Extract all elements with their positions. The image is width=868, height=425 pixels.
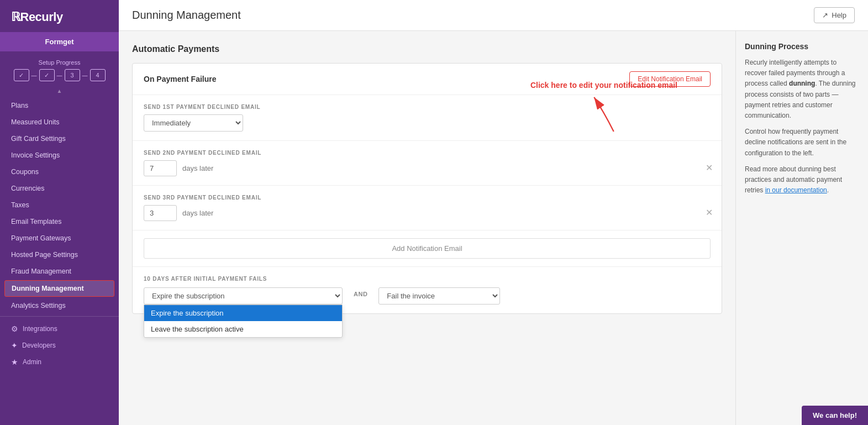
- dunning-process-p1: Recurly intelligently attempts to recove…: [745, 57, 859, 121]
- nav-divider: [0, 316, 119, 317]
- admin-label: Admin: [23, 358, 41, 366]
- and-separator: AND: [354, 287, 367, 297]
- sidebar-item-hosted-page[interactable]: Hosted Page Settings: [0, 246, 119, 263]
- expire-dropdown-options: Expire the subscription Leave the subscr…: [144, 305, 343, 338]
- topbar: Dunning Management ↗ Help: [119, 0, 868, 31]
- sidebar: ℝRecurly Formget Setup Progress ✓ — ✓ — …: [0, 0, 119, 425]
- logo-icon: ℝ: [11, 10, 20, 24]
- expire-select[interactable]: Expire the subscription Leave the subscr…: [144, 287, 343, 305]
- step-3: 3: [65, 69, 80, 81]
- email-row-2-label: SEND 2ND PAYMENT DECLINED EMAIL: [144, 150, 711, 156]
- section-title: Automatic Payments: [132, 44, 722, 54]
- sidebar-section-developers[interactable]: ✦ Developers: [0, 335, 119, 352]
- expire-option-2[interactable]: Leave the subscription active: [144, 321, 342, 337]
- second-email-days-input[interactable]: [144, 160, 177, 176]
- expire-dropdown-wrapper: Expire the subscription Leave the subscr…: [144, 287, 343, 305]
- card-body: SEND 1ST PAYMENT DECLINED EMAIL Immediat…: [133, 95, 722, 313]
- dunning-process-p3: Read more about dunning best practices a…: [745, 164, 859, 196]
- main-panel: Automatic Payments Click here to edit yo…: [119, 31, 735, 425]
- add-notification-row: Add Notification Email: [133, 230, 722, 267]
- app-logo: ℝRecurly: [0, 0, 119, 32]
- expire-col: Expire the subscription Leave the subscr…: [144, 287, 343, 305]
- expire-option-1[interactable]: Expire the subscription: [144, 305, 342, 321]
- sidebar-item-email-templates[interactable]: Email Templates: [0, 213, 119, 230]
- integrations-label: Integrations: [23, 325, 57, 333]
- fail-col: Fail the invoice Write off the invoice K…: [378, 287, 500, 305]
- email-row-2-content: days later: [144, 160, 711, 176]
- edit-notification-email-button[interactable]: Edit Notification Email: [629, 71, 711, 87]
- setup-steps: ✓ — ✓ — 3 — 4: [9, 69, 110, 81]
- main-area: Dunning Management ↗ Help Automatic Paym…: [119, 0, 868, 425]
- days-after-section: 10 DAYS AFTER INITIAL PAYMENT FAILS Expi…: [133, 267, 722, 313]
- sidebar-item-currencies[interactable]: Currencies: [0, 180, 119, 197]
- we-can-help-button[interactable]: We can help!: [802, 406, 868, 425]
- days-after-row: Expire the subscription Leave the subscr…: [144, 287, 711, 305]
- card-header: On Payment Failure Edit Notification Ema…: [133, 64, 722, 95]
- email-row-1: SEND 1ST PAYMENT DECLINED EMAIL Immediat…: [133, 95, 722, 141]
- developers-icon: ✦: [11, 341, 18, 350]
- fail-select[interactable]: Fail the invoice Write off the invoice K…: [378, 287, 500, 305]
- help-icon: ↗: [822, 11, 828, 19]
- documentation-link[interactable]: in our documentation: [765, 186, 827, 194]
- email-row-3-label: SEND 3RD PAYMENT DECLINED EMAIL: [144, 195, 711, 201]
- scroll-indicator: ▲: [0, 87, 119, 95]
- integrations-icon: ⚙: [11, 324, 18, 333]
- sidebar-item-taxes[interactable]: Taxes: [0, 197, 119, 213]
- sidebar-nav: Plans Measured Units Gift Card Settings …: [0, 95, 119, 425]
- setup-progress-section: Setup Progress ✓ — ✓ — 3 — 4: [0, 54, 119, 87]
- email-row-3: SEND 3RD PAYMENT DECLINED EMAIL days lat…: [133, 186, 722, 230]
- remove-third-email-button[interactable]: ✕: [706, 207, 713, 218]
- account-name[interactable]: Formget: [0, 32, 119, 51]
- sidebar-section-admin[interactable]: ★ Admin: [0, 352, 119, 369]
- help-button[interactable]: ↗ Help: [814, 7, 855, 23]
- page-title: Dunning Management: [132, 9, 241, 22]
- sidebar-item-analytics[interactable]: Analytics Settings: [0, 297, 119, 314]
- add-notification-email-button[interactable]: Add Notification Email: [144, 238, 711, 259]
- step-2: ✓: [39, 69, 55, 81]
- dunning-process-title: Dunning Process: [745, 42, 859, 51]
- sidebar-section-integrations[interactable]: ⚙ Integrations: [0, 319, 119, 335]
- sidebar-item-dunning[interactable]: Dunning Management: [4, 280, 114, 297]
- third-email-days-input[interactable]: [144, 205, 177, 221]
- admin-icon: ★: [11, 358, 18, 366]
- developers-label: Developers: [22, 342, 56, 349]
- dunning-process-p2: Control how frequently payment decline n…: [745, 127, 859, 159]
- card-header-title: On Payment Failure: [144, 75, 216, 83]
- second-email-days-label: days later: [182, 164, 213, 172]
- sidebar-item-measured-units[interactable]: Measured Units: [0, 114, 119, 130]
- content-area: Automatic Payments Click here to edit yo…: [119, 31, 868, 425]
- step-4: 4: [90, 69, 106, 81]
- email-row-3-content: days later: [144, 205, 711, 221]
- sidebar-item-coupons[interactable]: Coupons: [0, 164, 119, 180]
- email-row-2: SEND 2ND PAYMENT DECLINED EMAIL days lat…: [133, 141, 722, 186]
- remove-second-email-button[interactable]: ✕: [706, 162, 713, 173]
- payment-failure-card: Click here to edit your notification ema…: [132, 63, 722, 314]
- sidebar-item-gift-card[interactable]: Gift Card Settings: [0, 130, 119, 147]
- sidebar-item-fraud[interactable]: Fraud Management: [0, 263, 119, 280]
- days-after-label: 10 DAYS AFTER INITIAL PAYMENT FAILS: [144, 276, 711, 282]
- sidebar-item-invoice[interactable]: Invoice Settings: [0, 147, 119, 164]
- right-panel: Dunning Process Recurly intelligently at…: [735, 31, 868, 425]
- email-row-1-label: SEND 1ST PAYMENT DECLINED EMAIL: [144, 104, 711, 110]
- sidebar-item-plans[interactable]: Plans: [0, 97, 119, 114]
- first-email-timing-select[interactable]: Immediately 1 day later 2 days later 3 d…: [144, 114, 243, 132]
- step-1: ✓: [14, 69, 29, 81]
- sidebar-item-payment-gateways[interactable]: Payment Gateways: [0, 230, 119, 246]
- email-row-1-content: Immediately 1 day later 2 days later 3 d…: [144, 114, 711, 132]
- third-email-days-label: days later: [182, 209, 213, 217]
